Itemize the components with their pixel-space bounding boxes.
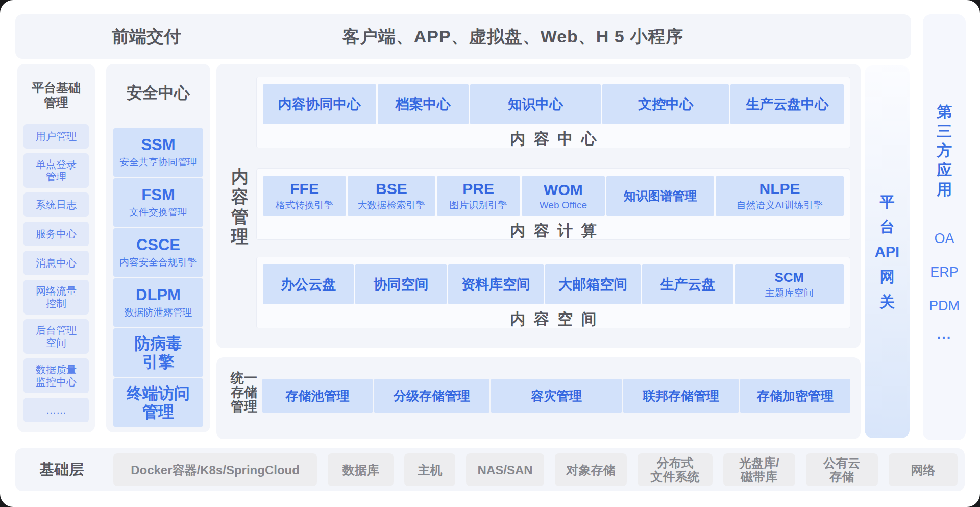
base-item-object-storage: 对象存储 [555, 453, 627, 486]
security-item-dlpm: DLPM 数据防泄露管理 [113, 278, 203, 327]
third-party-item-ellipsis: ... [923, 327, 966, 343]
platform-api-gateway-column: 平 台 API 网 关 [865, 65, 910, 438]
cell-bse: BSE 大数据检索引擎 [348, 176, 435, 216]
content-management-panel: 内 容 管 理 内容协同中心 档案中心 知识中心 文控中心 生产云盘中心 [216, 64, 861, 348]
security-column-title: 安全中心 [113, 82, 203, 104]
security-item-subtitle: 数据防泄露管理 [125, 306, 192, 319]
platform-item-message-center: 消息中心 [23, 251, 89, 275]
base-layer-label: 基础层 [29, 448, 95, 491]
security-item-acronym: 终端访问 管理 [127, 384, 190, 421]
base-item-database: 数据库 [328, 453, 394, 486]
base-item-optical-tape: 光盘库/ 磁带库 [723, 453, 795, 486]
clients-title: 客户端、APP、虚拟盘、Web、H 5 小程序 [281, 14, 745, 59]
third-party-apps-column: 第 三 方 应 用 OA ERP PDM ... [923, 14, 966, 440]
platform-item-sso: 单点登录 管理 [23, 153, 89, 188]
base-item-public-cloud: 公有云 存储 [806, 453, 878, 486]
unified-storage-label: 统一 存储 管理 [231, 371, 260, 414]
content-compute-label: 内容计算 [257, 221, 850, 242]
cell-knowledge-graph-mgmt: 知识图谱管理 [606, 176, 714, 216]
storage-row: 存储池管理 分级存储管理 容灾管理 联邦存储管理 存储加密管理 [262, 379, 850, 413]
cell-scm: SCM 主题库空间 [735, 264, 844, 304]
content-space-row: 办公云盘 协同空间 资料库空间 大邮箱空间 生产云盘 SCM 主题库空间 [263, 264, 844, 304]
content-space-box: 办公云盘 协同空间 资料库空间 大邮箱空间 生产云盘 SCM 主题库空间 [256, 257, 850, 328]
base-item-host: 主机 [404, 453, 455, 486]
cell-doc-control-center: 文控中心 [602, 84, 729, 124]
third-party-item-erp: ERP [923, 264, 966, 280]
cell-ffe: FFE 格式转换引擎 [263, 176, 346, 216]
platform-item-ellipsis: …… [23, 398, 89, 422]
cell-production-cloud-center: 生产云盘中心 [730, 84, 844, 124]
cell-content-collab-center: 内容协同中心 [263, 84, 376, 124]
content-center-box: 内容协同中心 档案中心 知识中心 文控中心 生产云盘中心 内容中心 [256, 77, 850, 148]
base-item-distributed-fs: 分布式 文件系统 [638, 453, 713, 486]
cell-knowledge-center: 知识中心 [470, 84, 601, 124]
cell-disaster-recovery-mgmt: 容灾管理 [491, 379, 622, 413]
security-item-subtitle: 内容安全合规引擎 [119, 256, 197, 269]
cell-tiered-storage-mgmt: 分级存储管理 [374, 379, 489, 413]
content-compute-row: FFE 格式转换引擎 BSE 大数据检索引擎 PRE 图片识别引擎 WOM We… [263, 176, 844, 216]
cell-federated-storage-mgmt: 联邦存储管理 [623, 379, 739, 413]
platform-column-title: 平台基础 管理 [23, 80, 89, 110]
cell-big-mailbox-space: 大邮箱空间 [545, 264, 641, 304]
security-item-acronym: FSM [141, 186, 175, 204]
security-item-fsm: FSM 文件交换管理 [113, 178, 203, 227]
security-item-antivirus: 防病毒 引擎 [113, 328, 203, 377]
architecture-diagram: 前端交付 客户端、APP、虚拟盘、Web、H 5 小程序 平台基础 管理 用户管… [0, 0, 980, 507]
security-item-subtitle: 文件交换管理 [129, 206, 187, 219]
platform-api-gateway-label: 平 台 API 网 关 [875, 189, 899, 315]
security-item-acronym: CSCE [136, 236, 180, 254]
content-management-label: 内 容 管 理 [229, 167, 251, 247]
security-item-ssm: SSM 安全共享协同管理 [113, 128, 203, 177]
cell-pre: PRE 图片识别引擎 [437, 176, 520, 216]
base-item-network: 网络 [889, 453, 958, 486]
cell-library-space: 资料库空间 [448, 264, 544, 304]
platform-item-admin-space: 后台管理 空间 [23, 319, 89, 354]
security-center-column: 安全中心 SSM 安全共享协同管理 FSM 文件交换管理 CSCE 内容安全合规… [106, 64, 210, 432]
platform-base-column: 平台基础 管理 用户管理 单点登录 管理 系统日志 服务中心 消息中心 网络流量… [17, 64, 95, 432]
content-center-label: 内容中心 [257, 129, 850, 150]
platform-items: 用户管理 单点登录 管理 系统日志 服务中心 消息中心 网络流量 控制 后台管理… [23, 124, 89, 422]
cell-storage-encryption-mgmt: 存储加密管理 [740, 379, 850, 413]
front-delivery-label: 前端交付 [93, 14, 200, 59]
base-layer-items: Docker容器/K8s/SpringCloud 数据库 主机 NAS/SAN … [113, 453, 958, 486]
cell-production-cloud-disk: 生产云盘 [642, 264, 733, 304]
front-delivery-bar: 前端交付 客户端、APP、虚拟盘、Web、H 5 小程序 [15, 14, 911, 59]
base-item-docker-k8s: Docker容器/K8s/SpringCloud [113, 453, 317, 486]
unified-storage-panel: 统一 存储 管理 存储池管理 分级存储管理 容灾管理 联邦存储管理 存储加密管理 [216, 357, 861, 439]
base-item-nas-san: NAS/SAN [466, 453, 544, 486]
cell-archive-center: 档案中心 [378, 84, 469, 124]
security-item-subtitle: 安全共享协同管理 [119, 156, 197, 169]
cell-nlpe: NLPE 自然语义AI训练引擎 [716, 176, 844, 216]
security-item-acronym: 防病毒 引擎 [135, 334, 182, 371]
content-space-label: 内容空间 [257, 309, 850, 330]
platform-item-system-log: 系统日志 [23, 192, 89, 217]
cell-wom: WOM Web Office [522, 176, 605, 216]
security-item-terminal-access: 终端访问 管理 [113, 378, 203, 427]
cell-storage-pool-mgmt: 存储池管理 [262, 379, 373, 413]
base-layer-bar: 基础层 Docker容器/K8s/SpringCloud 数据库 主机 NAS/… [15, 448, 965, 491]
security-item-acronym: DLPM [136, 286, 181, 304]
platform-item-traffic-control: 网络流量 控制 [23, 280, 89, 315]
cell-collab-space: 协同空间 [355, 264, 446, 304]
third-party-item-oa: OA [923, 231, 966, 247]
cell-office-cloud-disk: 办公云盘 [263, 264, 354, 304]
third-party-item-pdm: PDM [923, 298, 966, 314]
security-item-acronym: SSM [141, 136, 175, 154]
security-item-csce: CSCE 内容安全合规引擎 [113, 228, 203, 277]
content-center-row: 内容协同中心 档案中心 知识中心 文控中心 生产云盘中心 [263, 84, 844, 124]
platform-item-user-mgmt: 用户管理 [23, 124, 89, 149]
content-compute-box: FFE 格式转换引擎 BSE 大数据检索引擎 PRE 图片识别引擎 WOM We… [256, 168, 850, 240]
platform-item-service-center: 服务中心 [23, 222, 89, 246]
security-items: SSM 安全共享协同管理 FSM 文件交换管理 CSCE 内容安全合规引擎 DL… [113, 128, 203, 427]
platform-item-data-quality: 数据质量 监控中心 [23, 358, 89, 393]
third-party-title: 第 三 方 应 用 [923, 102, 966, 199]
